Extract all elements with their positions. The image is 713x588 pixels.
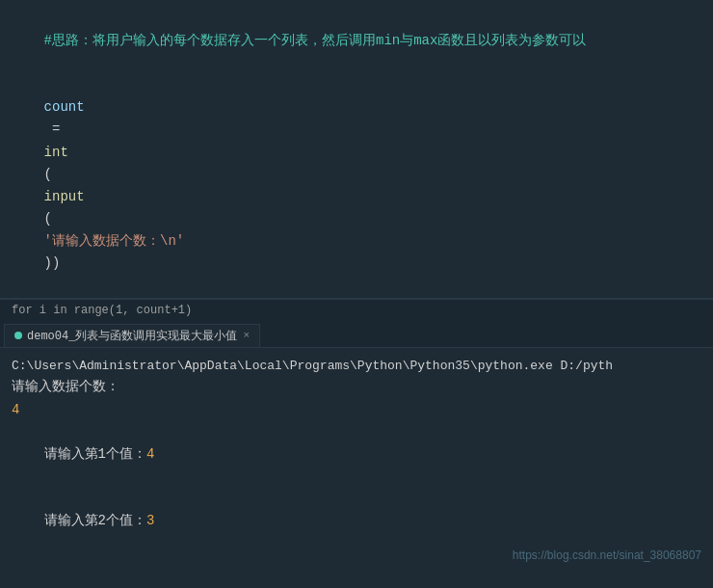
status-text: for i in range(1, count+1) — [12, 304, 192, 317]
terminal-input-count: 4 — [12, 399, 701, 421]
code-line-1: #思路：将用户输入的每个数据存入一个列表，然后调用min与max函数且以列表为参… — [12, 8, 701, 74]
tab-bar: demo04_列表与函数调用实现最大最小值 × — [0, 323, 713, 348]
builtin-int: int — [44, 145, 68, 160]
code-editor: #思路：将用户输入的每个数据存入一个列表，然后调用min与max函数且以列表为参… — [0, 0, 713, 299]
tab-dot — [14, 332, 22, 339]
comment-text-1: #思路：将用户输入的每个数据存入一个列表，然后调用min与max函数且以列表为参… — [44, 33, 587, 48]
watermark: https://blog.csdn.net/sinat_38068807 — [513, 548, 701, 562]
terminal-line-2: 请输入第2个值：3 — [12, 488, 701, 554]
string-1: '请输入数据个数：\n' — [44, 233, 185, 249]
tab-label: demo04_列表与函数调用实现最大最小值 — [27, 328, 237, 344]
var-count: count — [44, 99, 85, 115]
status-bar: for i in range(1, count+1) — [0, 299, 713, 323]
builtin-input: input — [44, 189, 85, 204]
terminal: C:\Users\Administrator\AppData\Local\Pro… — [0, 348, 713, 570]
terminal-tab[interactable]: demo04_列表与函数调用实现最大最小值 × — [4, 324, 260, 347]
tab-close-icon[interactable]: × — [243, 330, 250, 341]
terminal-prompt-line: 请输入数据个数： — [12, 376, 701, 398]
terminal-line-1: 请输入第1个值：4 — [12, 421, 701, 488]
terminal-path: C:\Users\Administrator\AppData\Local\Pro… — [12, 356, 701, 376]
code-line-2: count = int ( input ( '请输入数据个数：\n' )) — [12, 74, 701, 297]
